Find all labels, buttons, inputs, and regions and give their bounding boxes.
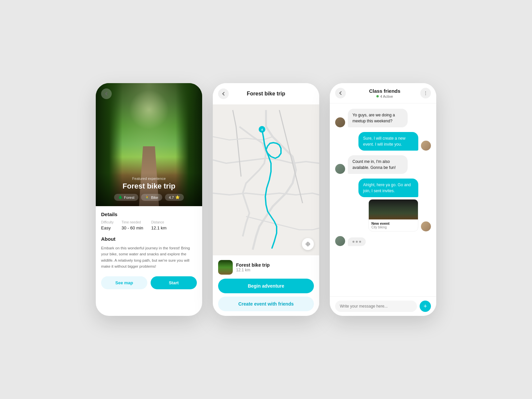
avatar: [421, 221, 431, 231]
map-title: Forest bike trip: [231, 91, 301, 97]
plus-icon: +: [424, 303, 427, 310]
see-map-button[interactable]: See map: [101, 276, 147, 289]
details-grid: Difficulty Easy Time needed 30 - 60 min …: [101, 220, 197, 231]
event-card-info: New event City biking: [369, 219, 418, 231]
screen-map-view: Forest bike trip: [213, 83, 319, 316]
tags-row: 🌲Forest 🚴Bike 4.7⭐: [101, 194, 197, 201]
begin-adventure-button[interactable]: Begin adventure: [218, 279, 314, 293]
difficulty-value: Easy: [101, 225, 111, 230]
map-roads: 4: [213, 104, 319, 255]
chat-header: Class friends 4 Active ⋮: [330, 83, 436, 103]
hero-overlay: Featured experience Forest bike trip 🌲Fo…: [96, 173, 202, 206]
event-card-title: New event: [371, 221, 415, 225]
tag-bike: 🚴Bike: [141, 194, 162, 201]
difficulty-label: Difficulty: [101, 220, 114, 224]
chat-header-center: Class friends 4 Active: [349, 88, 420, 98]
chat-group-name: Class friends: [349, 88, 420, 94]
trip-distance: 12.1 km: [236, 268, 270, 272]
difficulty-item: Difficulty Easy: [101, 220, 114, 231]
chat-input[interactable]: [335, 301, 417, 312]
message-bubble: Sure, I will create a new event. I will …: [358, 132, 418, 151]
trip-details: Forest bike trip 12.1 km: [236, 262, 270, 272]
trip-thumbnail-image: [218, 260, 233, 275]
typing-dot: [356, 241, 358, 243]
distance-item: Distance 12.1 km: [151, 220, 167, 231]
add-attachment-button[interactable]: +: [420, 301, 431, 312]
event-card-subtitle: City biking: [371, 225, 415, 229]
chevron-left-icon: [222, 92, 226, 95]
hero-image: Featured experience Forest bike trip 🌲Fo…: [96, 83, 202, 206]
distance-value: 12.1 km: [151, 225, 167, 230]
svg-text:4: 4: [261, 128, 263, 131]
message-row: Alright, here ya go. Go and join, I sent…: [335, 179, 431, 231]
time-value: 30 - 60 min: [122, 225, 143, 230]
about-heading: About: [101, 236, 197, 242]
chevron-left-icon: [339, 91, 343, 95]
message-text: Alright, here ya go. Go and join, I sent…: [363, 183, 411, 193]
screens-container: Featured experience Forest bike trip 🌲Fo…: [96, 83, 436, 316]
chat-back-button[interactable]: [335, 88, 346, 98]
message-row: [335, 236, 431, 246]
chat-messages: Yo guys, are we doing a meetup this week…: [330, 103, 436, 296]
map-bottom-panel: Forest bike trip 12.1 km Begin adventure…: [213, 255, 319, 316]
create-event-button[interactable]: Create event with friends: [218, 297, 314, 311]
message-row: Sure, I will create a new event. I will …: [335, 132, 431, 151]
map-back-button[interactable]: [218, 88, 229, 99]
typing-dot: [359, 241, 361, 243]
time-label: Time needed: [122, 220, 143, 224]
action-buttons: See map Start: [101, 276, 197, 289]
location-button[interactable]: [302, 238, 314, 250]
forest-light: [129, 90, 169, 130]
chevron-left-icon: [105, 92, 109, 95]
featured-label: Featured experience: [101, 177, 197, 181]
distance-label: Distance: [151, 220, 167, 224]
message-row: Count me in, I'm also available. Gonna b…: [335, 155, 431, 174]
message-bubble: Yo guys, are we doing a meetup this week…: [348, 109, 408, 127]
typing-indicator: [348, 237, 366, 246]
svg-rect-0: [213, 110, 319, 250]
map-header: Forest bike trip: [213, 83, 319, 104]
message-text: Count me in, I'm also available. Gonna b…: [352, 159, 396, 170]
time-item: Time needed 30 - 60 min: [122, 220, 143, 231]
chat-active-status: 4 Active: [349, 94, 420, 98]
svg-point-4: [306, 242, 310, 246]
trip-thumbnail: [218, 260, 233, 275]
avatar: [421, 141, 431, 151]
start-button[interactable]: Start: [151, 276, 197, 289]
active-count: 4 Active: [380, 94, 393, 98]
avatar: [335, 236, 345, 246]
about-text: Embark on this wonderful journey in the …: [101, 245, 197, 270]
map-area: 4: [213, 104, 319, 255]
avatar: [335, 164, 345, 174]
chat-input-area: +: [330, 296, 436, 316]
tag-rating: 4.7⭐: [165, 194, 184, 201]
trip-info-row: Forest bike trip 12.1 km: [218, 260, 314, 275]
hero-title: Forest bike trip: [101, 182, 197, 191]
message-text: Sure, I will create a new event. I will …: [363, 136, 405, 147]
screen-chat: Class friends 4 Active ⋮ Yo guys, are we…: [330, 83, 436, 316]
typing-dot: [352, 241, 354, 243]
event-card: New event City biking: [368, 199, 418, 231]
trip-name: Forest bike trip: [236, 262, 270, 268]
details-heading: Details: [101, 211, 197, 217]
svg-point-3: [307, 243, 309, 245]
active-dot-icon: [376, 95, 379, 97]
event-card-image: [369, 200, 418, 219]
tag-forest: 🌲Forest: [114, 194, 138, 201]
screen-activity-detail: Featured experience Forest bike trip 🌲Fo…: [96, 83, 202, 316]
message-row: Yo guys, are we doing a meetup this week…: [335, 109, 431, 127]
more-options-button[interactable]: ⋮: [420, 88, 431, 98]
message-bubble: Count me in, I'm also available. Gonna b…: [348, 155, 408, 174]
activity-content: Details Difficulty Easy Time needed 30 -…: [96, 206, 202, 295]
message-text: Yo guys, are we doing a meetup this week…: [352, 113, 395, 123]
sent-message-group: Alright, here ya go. Go and join, I sent…: [358, 179, 418, 231]
back-button[interactable]: [101, 88, 112, 99]
message-bubble: Alright, here ya go. Go and join, I sent…: [358, 179, 418, 197]
avatar: [335, 117, 345, 127]
